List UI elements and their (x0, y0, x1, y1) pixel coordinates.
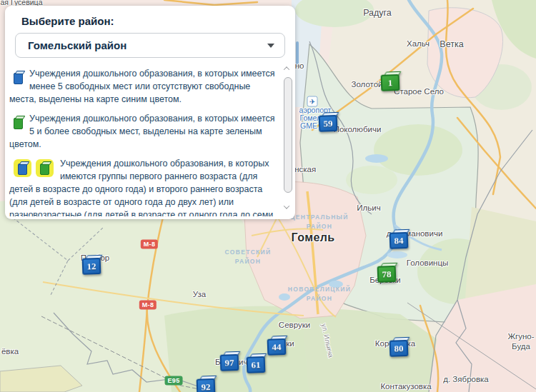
kindergarten-marker[interactable]: 44 (267, 338, 287, 356)
legend-item: Учреждения дошкольного образования, в ко… (9, 112, 279, 151)
legend-icons (14, 69, 23, 84)
tile-green-icon (40, 164, 49, 175)
scroll-up-button[interactable] (282, 64, 292, 73)
legend-icons (14, 114, 23, 129)
map-label: Уза (193, 289, 206, 299)
map-label: но (295, 61, 304, 71)
airport-icon: ✈ (307, 96, 318, 107)
map-label: Хальч (407, 39, 430, 49)
marker-count: 44 (272, 341, 282, 353)
map-label: д. Зябровка (443, 374, 488, 384)
map-label: Гомель (292, 231, 335, 245)
map-label: Ильич (357, 203, 380, 213)
legend-text: Учреждения дошкольного образования, в ко… (9, 114, 275, 149)
map-label: Головинцы (407, 258, 449, 268)
airplane-glyph: ✈ (309, 98, 315, 105)
kindergarten-marker[interactable]: 1 (381, 74, 400, 91)
map-label: Жгуно-Буда (507, 331, 534, 352)
legend-scrollbar[interactable] (284, 77, 292, 193)
kindergarten-marker[interactable]: 78 (377, 266, 397, 283)
kindergarten-marker[interactable]: 12 (82, 258, 101, 275)
marker-count: 61 (251, 359, 261, 371)
map-label: GME (300, 121, 317, 131)
marker-count: 78 (382, 268, 392, 280)
yellow-tile-icon (36, 159, 54, 177)
legend-item: Учреждения дошкольного образования, в ко… (9, 67, 279, 106)
book-cover: 44 (267, 338, 287, 356)
book-cover: 97 (220, 354, 239, 371)
map-label: Контакузовка (380, 381, 431, 391)
map-label: Севруки (279, 320, 310, 330)
marker-count: 92 (201, 381, 211, 392)
book-cover: 84 (389, 232, 409, 249)
map-label: Поколюбичи (334, 124, 382, 134)
chevron-up-icon (284, 66, 289, 72)
marker-count: 59 (323, 118, 333, 129)
legend-text: Учреждения дошкольного образования, в ко… (9, 69, 275, 104)
kindergarten-marker[interactable]: 61 (247, 356, 266, 373)
book-cover: 61 (247, 356, 266, 373)
chevron-down-icon (267, 44, 274, 48)
book-blue-icon (14, 73, 23, 84)
map-label: ёвка (1, 346, 19, 356)
panel-title: Выберите район: (21, 15, 114, 27)
legend-icons (14, 159, 54, 177)
book-cover: 80 (389, 340, 409, 357)
legend: Учреждения дошкольного образования, в ко… (5, 63, 281, 216)
road-badge: М-8 (139, 301, 157, 310)
tile-blue-icon (18, 164, 27, 175)
chevron-down-icon (284, 203, 289, 208)
yellow-tile-icon (14, 159, 31, 177)
map-label: ки (286, 338, 294, 348)
map-label: Радуга (363, 8, 392, 19)
road-badge: E95 (165, 376, 183, 386)
kindergarten-marker[interactable]: 92 (197, 378, 216, 392)
map-app: ая ГусевицаноРадугаХальчВеткаЗолотой Рог… (0, 0, 536, 392)
map-label: ЦЕНТРАЛЬНЫЙ РАЙОН (290, 213, 348, 231)
district-dropdown-value: Гомельский район (28, 39, 267, 51)
marker-count: 84 (394, 235, 404, 246)
map-label: Старое Село (394, 86, 444, 96)
marker-count: 12 (86, 261, 96, 272)
map-label: СОВЕТСКИЙ РАЙОН (225, 248, 272, 266)
scroll-down-button[interactable] (282, 203, 292, 211)
map-label: НОВОБЕЛИЦКИЙ РАЙОН (288, 285, 351, 303)
book-cover: 92 (197, 378, 216, 392)
book-cover: 78 (377, 266, 397, 283)
book-green-icon (14, 118, 23, 129)
book-cover: 59 (319, 115, 338, 132)
kindergarten-marker[interactable]: 97 (220, 354, 239, 371)
kindergarten-marker[interactable]: 80 (389, 340, 409, 357)
map-label: Ветка (440, 39, 463, 51)
district-selector-panel: Выберите район: Гомельский район Учрежде… (5, 6, 295, 219)
kindergarten-marker[interactable]: 84 (389, 232, 409, 249)
marker-count: 80 (394, 343, 404, 354)
marker-count: 97 (224, 357, 234, 368)
book-cover: 12 (82, 258, 101, 275)
book-cover: 1 (381, 74, 400, 91)
road-badge: М-8 (141, 240, 158, 249)
kindergarten-marker[interactable]: 59 (319, 115, 338, 132)
district-dropdown[interactable]: Гомельский район (15, 33, 285, 58)
marker-count: 1 (387, 77, 392, 89)
legend-item: Учреждения дошкольного образования, в ко… (9, 157, 279, 216)
